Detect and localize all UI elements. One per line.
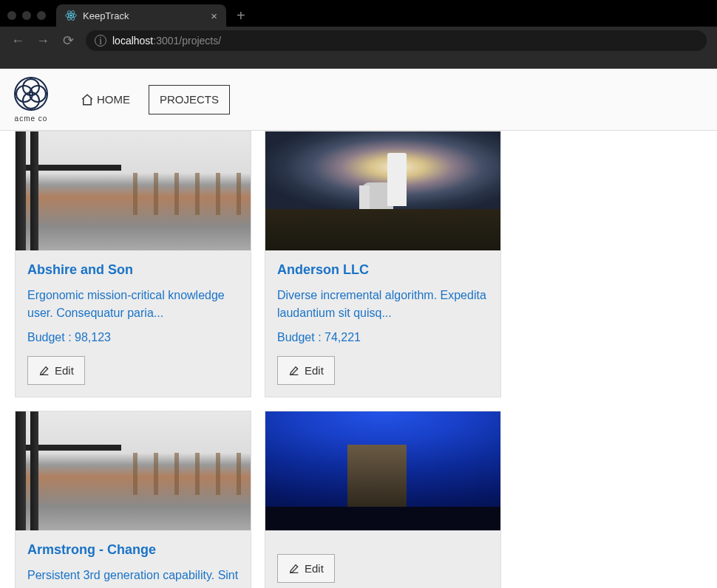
address-bar: ← → ⟳ i localhost:3001/projects/ bbox=[0, 27, 717, 55]
svg-point-0 bbox=[70, 15, 72, 17]
project-card-body: Abshire and Son Ergonomic mission-critic… bbox=[16, 250, 251, 397]
brand-name: acme co bbox=[15, 114, 48, 123]
back-icon[interactable]: ← bbox=[10, 33, 25, 49]
window-controls bbox=[7, 11, 56, 20]
project-title[interactable]: Armstrong - Change bbox=[27, 542, 239, 558]
edit-button[interactable]: Edit bbox=[27, 356, 85, 385]
edit-icon bbox=[288, 365, 300, 377]
app-header: acme co HOME PROJECTS bbox=[0, 69, 717, 131]
project-description: Diverse incremental algorithm. Expedita … bbox=[277, 287, 489, 322]
edit-button-label: Edit bbox=[55, 364, 74, 377]
project-card-body: Edit bbox=[265, 530, 500, 588]
main-nav: HOME PROJECTS bbox=[69, 85, 230, 114]
project-title[interactable]: Abshire and Son bbox=[27, 262, 239, 278]
project-card-body: Armstrong - Change Persistent 3rd genera… bbox=[16, 530, 251, 588]
project-budget: Budget : 98,123 bbox=[27, 331, 239, 344]
tab-bar: KeepTrack × + bbox=[0, 0, 717, 27]
close-window-icon[interactable] bbox=[7, 11, 16, 20]
project-card: Abshire and Son Ergonomic mission-critic… bbox=[15, 131, 251, 397]
nav-home[interactable]: HOME bbox=[69, 85, 141, 114]
brand-logo[interactable]: acme co bbox=[13, 76, 49, 123]
edit-icon bbox=[288, 563, 300, 575]
logo-icon bbox=[13, 76, 49, 112]
react-favicon-icon bbox=[65, 10, 77, 21]
project-image bbox=[16, 411, 251, 530]
browser-chrome: KeepTrack × + ← → ⟳ i localhost:3001/pro… bbox=[0, 0, 717, 69]
url-host: localhost bbox=[112, 35, 153, 47]
site-info-icon[interactable]: i bbox=[95, 35, 106, 47]
edit-button-label: Edit bbox=[305, 364, 324, 377]
projects-grid-wrap: Abshire and Son Ergonomic mission-critic… bbox=[0, 131, 717, 588]
project-card: Armstrong - Change Persistent 3rd genera… bbox=[15, 411, 251, 588]
svg-point-4 bbox=[15, 78, 47, 110]
project-card: Anderson LLC Diverse incremental algorit… bbox=[265, 131, 501, 397]
project-description: Persistent 3rd generation capability. Si… bbox=[27, 567, 239, 588]
nav-projects-label: PROJECTS bbox=[160, 93, 219, 106]
bookmarks-bar bbox=[0, 55, 717, 69]
tab-close-icon[interactable]: × bbox=[211, 10, 217, 21]
url-text: localhost:3001/projects/ bbox=[112, 35, 221, 47]
tab-title: KeepTrack bbox=[83, 10, 205, 21]
project-image bbox=[16, 131, 251, 250]
home-icon bbox=[81, 93, 94, 106]
project-card-body: Anderson LLC Diverse incremental algorit… bbox=[265, 250, 500, 397]
browser-tab[interactable]: KeepTrack × bbox=[56, 4, 226, 27]
reload-icon[interactable]: ⟳ bbox=[61, 33, 75, 49]
project-image bbox=[265, 411, 500, 530]
minimize-window-icon[interactable] bbox=[22, 11, 31, 20]
project-image bbox=[265, 131, 500, 250]
edit-button[interactable]: Edit bbox=[277, 554, 335, 583]
project-description: Ergonomic mission-critical knowledge use… bbox=[27, 287, 239, 322]
edit-icon bbox=[38, 365, 50, 377]
edit-button[interactable]: Edit bbox=[277, 356, 335, 385]
url-path: :3001/projects/ bbox=[153, 35, 221, 47]
nav-projects[interactable]: PROJECTS bbox=[149, 85, 230, 114]
project-budget: Budget : 74,221 bbox=[277, 331, 489, 344]
projects-grid: Abshire and Son Ergonomic mission-critic… bbox=[15, 131, 717, 588]
project-card: Edit bbox=[265, 411, 501, 588]
nav-home-label: HOME bbox=[97, 93, 130, 106]
project-title[interactable]: Anderson LLC bbox=[277, 262, 489, 278]
edit-button-label: Edit bbox=[305, 562, 324, 575]
maximize-window-icon[interactable] bbox=[37, 11, 46, 20]
forward-icon[interactable]: → bbox=[35, 33, 50, 49]
url-input[interactable]: i localhost:3001/projects/ bbox=[86, 30, 707, 51]
new-tab-button[interactable]: + bbox=[237, 7, 245, 24]
